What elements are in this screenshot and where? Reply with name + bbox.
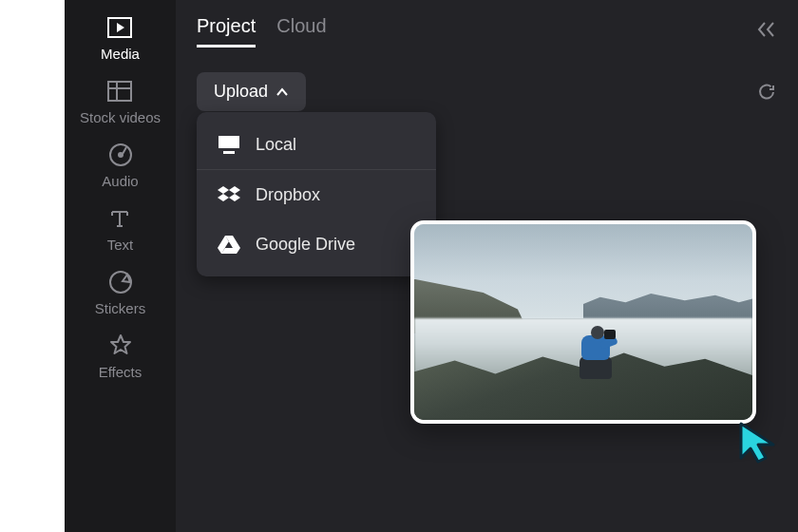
cursor-icon: [737, 420, 779, 466]
tab-project[interactable]: Project: [197, 15, 256, 48]
upload-button-label: Upload: [214, 82, 268, 102]
refresh-button[interactable]: [756, 82, 777, 103]
collapse-panel-button[interactable]: [756, 21, 777, 43]
thumbnail-person: [570, 318, 625, 379]
monitor-icon: [218, 133, 240, 156]
dropdown-item-label: Google Drive: [256, 235, 355, 255]
sidebar-item-label: Text: [107, 237, 134, 253]
upload-button[interactable]: Upload: [197, 72, 306, 111]
chevron-up-icon: [276, 87, 289, 97]
sidebar-item-label: Audio: [102, 173, 138, 189]
sidebar-item-text[interactable]: Text: [107, 206, 134, 253]
upload-dropdown: Local Dropbox Google Drive: [197, 112, 436, 276]
refresh-icon: [756, 82, 777, 103]
sidebar-item-label: Stock videos: [80, 109, 161, 125]
tabs: Project Cloud: [197, 15, 327, 48]
sidebar-item-stickers[interactable]: Stickers: [95, 270, 145, 316]
upload-option-google-drive[interactable]: Google Drive: [197, 219, 436, 269]
sidebar-item-label: Stickers: [95, 300, 145, 316]
upload-option-local[interactable]: Local: [197, 120, 436, 170]
sidebar-item-audio[interactable]: Audio: [102, 142, 138, 189]
upload-option-dropbox[interactable]: Dropbox: [197, 170, 436, 219]
sidebar-item-effects[interactable]: Effects: [99, 333, 142, 380]
effects-icon: [108, 333, 133, 358]
sidebar: Media Stock videos Audio Text Stickers: [65, 0, 176, 532]
text-icon: [107, 206, 132, 231]
dropdown-item-label: Local: [256, 135, 296, 155]
svg-rect-9: [218, 136, 239, 148]
stock-videos-icon: [107, 79, 132, 104]
google-drive-icon: [218, 233, 240, 256]
stickers-icon: [108, 270, 133, 294]
audio-icon: [108, 142, 133, 167]
sidebar-item-stock-videos[interactable]: Stock videos: [80, 79, 161, 125]
tabs-row: Project Cloud: [197, 15, 777, 48]
sidebar-item-label: Effects: [99, 364, 142, 380]
dropbox-icon: [218, 183, 240, 206]
svg-line-7: [123, 147, 126, 154]
svg-marker-1: [117, 23, 124, 32]
sidebar-item-media[interactable]: Media: [101, 15, 140, 62]
media-icon: [107, 15, 132, 40]
svg-rect-10: [223, 151, 235, 154]
controls-row: Upload: [197, 72, 777, 111]
tab-cloud[interactable]: Cloud: [276, 15, 326, 48]
media-thumbnail[interactable]: [410, 220, 756, 424]
sidebar-item-label: Media: [101, 46, 140, 62]
dropdown-item-label: Dropbox: [256, 185, 320, 205]
svg-rect-2: [108, 82, 131, 101]
